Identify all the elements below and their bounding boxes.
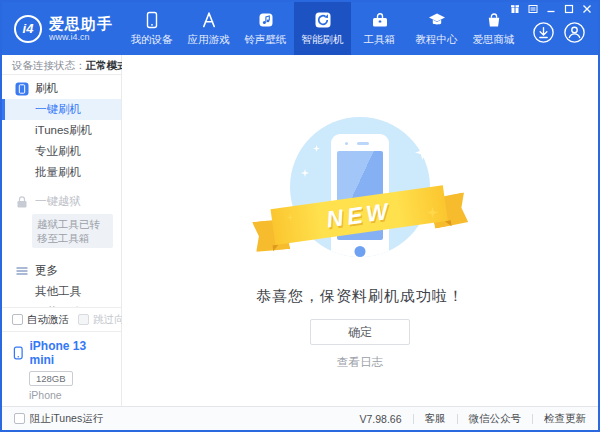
main-content: NEW 恭喜您，保资料刷机成功啦！ 确定 查看日志 <box>122 55 598 406</box>
main-nav: 我的设备 应用游戏 铃声壁纸 智能刷机 <box>123 2 522 55</box>
gift-icon[interactable] <box>510 4 520 14</box>
jailbreak-moved-note: 越狱工具已转移至工具箱 <box>32 214 113 248</box>
checkbox-icon <box>14 413 25 424</box>
user-account-icon[interactable] <box>563 21 586 44</box>
device-model: iPhone <box>29 389 111 401</box>
app-logo[interactable]: i4 爱思助手 www.i4.cn <box>2 2 121 55</box>
sidebar: 设备连接状态：正常模式 刷机 一键刷机 iTunes刷机 专业刷机 批量刷机 一… <box>2 55 122 406</box>
i4-logo-icon: i4 <box>14 15 42 43</box>
section-more: 更多 <box>2 260 121 281</box>
lock-icon <box>15 195 29 209</box>
window-controls <box>510 4 592 14</box>
toolbox-icon <box>370 10 390 30</box>
view-log-link[interactable]: 查看日志 <box>337 355 383 370</box>
new-ribbon-label: NEW <box>325 197 394 233</box>
sidebar-item-download-firmware[interactable]: 下载固件 <box>2 302 121 307</box>
sidebar-menu: 刷机 一键刷机 iTunes刷机 专业刷机 批量刷机 一键越狱 越狱工具已转移至… <box>2 75 121 307</box>
graduation-cap-icon <box>427 10 447 30</box>
checkbox-icon <box>78 314 89 325</box>
app-window: i4 爱思助手 www.i4.cn 我的设备 应用游戏 <box>0 0 600 432</box>
auto-activate-checkbox[interactable]: 自动激活 <box>12 313 69 327</box>
nav-ringtones[interactable]: 铃声壁纸 <box>237 2 294 55</box>
device-capacity-badge: 128GB <box>29 371 73 386</box>
wechat-official-link[interactable]: 微信公众号 <box>469 412 522 426</box>
header: i4 爱思助手 www.i4.cn 我的设备 应用游戏 <box>2 2 598 55</box>
section-jailbreak: 一键越狱 <box>2 191 121 212</box>
device-panel: iPhone 13 mini 128GB iPhone <box>2 331 121 406</box>
success-message: 恭喜您，保资料刷机成功啦！ <box>256 287 464 306</box>
nav-my-device[interactable]: 我的设备 <box>123 2 180 55</box>
status-bar: 阻止iTunes运行 V7.98.66 客服 微信公众号 检查更新 <box>2 406 598 430</box>
shopping-bag-icon <box>484 10 504 30</box>
phone-icon <box>142 10 162 30</box>
sidebar-item-pro-flash[interactable]: 专业刷机 <box>2 141 121 162</box>
flash-section-icon <box>15 82 29 96</box>
connected-device[interactable]: iPhone 13 mini <box>12 339 111 367</box>
confirm-button[interactable]: 确定 <box>310 319 410 345</box>
maximize-button[interactable] <box>564 4 574 14</box>
music-note-icon <box>256 10 276 30</box>
app-url: www.i4.cn <box>49 32 113 42</box>
close-button[interactable] <box>582 4 592 14</box>
block-itunes-checkbox[interactable]: 阻止iTunes运行 <box>14 412 103 426</box>
check-update-link[interactable]: 检查更新 <box>544 412 586 426</box>
appstore-icon <box>199 10 219 30</box>
nav-tutorials[interactable]: 教程中心 <box>408 2 465 55</box>
section-flash: 刷机 <box>2 78 121 99</box>
checkbox-icon <box>12 314 23 325</box>
sidebar-item-one-key-flash[interactable]: 一键刷机 <box>2 99 121 120</box>
success-illustration: NEW <box>245 117 475 263</box>
nav-app-games[interactable]: 应用游戏 <box>180 2 237 55</box>
sidebar-item-other-tools[interactable]: 其他工具 <box>2 281 121 302</box>
device-phone-icon <box>12 346 25 360</box>
minimize-button[interactable] <box>546 4 556 14</box>
refresh-flash-icon <box>313 10 333 30</box>
nav-toolbox[interactable]: 工具箱 <box>351 2 408 55</box>
app-title: 爱思助手 <box>49 15 113 32</box>
sidebar-item-itunes-flash[interactable]: iTunes刷机 <box>2 120 121 141</box>
download-manager-icon[interactable] <box>532 21 555 44</box>
sidebar-item-batch-flash[interactable]: 批量刷机 <box>2 162 121 183</box>
nav-smart-flash[interactable]: 智能刷机 <box>294 2 351 55</box>
theme-menu-icon[interactable] <box>528 4 538 14</box>
flash-options: 自动激活 跳过向导 <box>2 307 121 331</box>
more-list-icon <box>15 264 29 278</box>
customer-service-link[interactable]: 客服 <box>425 412 446 426</box>
version-label: V7.98.66 <box>359 413 401 425</box>
device-connection-status: 设备连接状态：正常模式 <box>2 55 121 75</box>
